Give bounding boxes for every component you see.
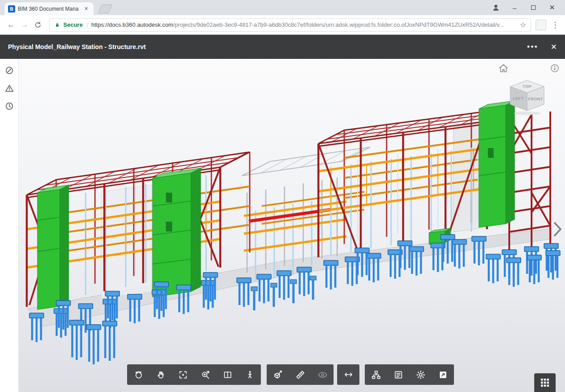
- viewcube-graphic: TOP LEFT FRONT: [507, 78, 550, 116]
- orbit-button[interactable]: [127, 364, 149, 385]
- toolbar-group-compare: [337, 364, 359, 385]
- explode-button[interactable]: [267, 364, 289, 385]
- home-view-button[interactable]: [498, 63, 509, 75]
- document-title: Physical Model_Railway Station - Structu…: [8, 43, 527, 50]
- bookmark-star-icon[interactable]: ☆: [520, 21, 526, 29]
- fit-to-view-icon: [178, 370, 188, 380]
- info-button[interactable]: [550, 64, 559, 74]
- info-icon: [550, 64, 559, 73]
- swap-views-button[interactable]: [337, 364, 359, 385]
- more-options-icon[interactable]: •••: [527, 45, 538, 49]
- 3d-model-rendering: [19, 59, 565, 392]
- bim360-favicon: B: [8, 5, 15, 12]
- warning-triangle-icon: [4, 83, 14, 93]
- tab-close-icon[interactable]: ✕: [82, 5, 90, 12]
- maximize-icon: [531, 5, 536, 10]
- fit-to-view-button[interactable]: [172, 364, 194, 385]
- explode-icon: [273, 370, 283, 380]
- viewer-content: TOP LEFT FRONT: [0, 59, 565, 392]
- window-controls: – ✕: [487, 0, 561, 15]
- back-button[interactable]: ←: [4, 18, 18, 32]
- close-viewer-icon[interactable]: ✕: [551, 42, 557, 52]
- viewer-toolbar: [127, 364, 454, 385]
- viewcube-front-label: FRONT: [528, 97, 543, 101]
- minimize-button[interactable]: –: [505, 0, 524, 15]
- person-icon: [491, 3, 500, 12]
- viewcube-top-label: TOP: [523, 84, 532, 89]
- grid-icon: [540, 378, 549, 387]
- next-sheet-button[interactable]: [552, 220, 563, 240]
- first-person-icon: [245, 370, 255, 380]
- zoom-window-icon: [200, 370, 210, 380]
- secure-label: Secure: [63, 21, 82, 28]
- viewcube-left-label: LEFT: [513, 96, 524, 101]
- properties-button[interactable]: [387, 364, 409, 385]
- close-window-button[interactable]: ✕: [543, 0, 561, 15]
- model-browser-icon: [371, 370, 381, 380]
- forward-button[interactable]: →: [18, 18, 31, 32]
- split-view-button[interactable]: [216, 364, 239, 385]
- secure-lock-icon: [54, 21, 61, 29]
- orbit-icon: [133, 370, 144, 380]
- browser-menu-icon[interactable]: ⋮: [550, 20, 561, 30]
- pan-hand-icon: [156, 370, 166, 380]
- issues-markup-icon: [4, 66, 14, 75]
- 3d-viewer-canvas[interactable]: TOP LEFT FRONT: [19, 59, 565, 392]
- new-tab-button[interactable]: [98, 4, 112, 13]
- sidebar-item-warnings[interactable]: [3, 82, 16, 95]
- browser-titlebar: B BIM 360 Document Mana ✕ – ✕: [0, 0, 565, 15]
- url-domain: https://docs.b360.autodesk.com: [91, 21, 173, 28]
- profile-icon[interactable]: [487, 0, 505, 15]
- settings-gear-icon: [416, 370, 426, 380]
- first-person-button[interactable]: [239, 364, 261, 385]
- sidebar-item-history[interactable]: [3, 100, 16, 112]
- measure-button[interactable]: [289, 364, 311, 385]
- settings-button[interactable]: [409, 364, 432, 385]
- extension-icon[interactable]: [536, 20, 546, 30]
- swap-arrows-icon: [343, 370, 354, 380]
- views-grid-button[interactable]: [534, 373, 556, 392]
- hidden-objects-eye-icon: [318, 370, 328, 380]
- sidebar-item-issues[interactable]: [3, 64, 16, 77]
- pan-button[interactable]: [149, 364, 172, 385]
- tab-title: BIM 360 Document Mana: [18, 6, 80, 12]
- zoom-window-button[interactable]: [194, 364, 216, 385]
- viewer-sidebar: [0, 59, 19, 392]
- viewcube[interactable]: TOP LEFT FRONT: [507, 78, 550, 118]
- hidden-objects-button[interactable]: [311, 364, 334, 385]
- fullscreen-icon: [438, 370, 448, 380]
- url-path: /projects/9de02aeb-3ec9-4817-a7b9-a6db30…: [173, 21, 504, 28]
- url-separator: |: [86, 21, 87, 28]
- url-text: https://docs.b360.autodesk.com/projects/…: [91, 21, 517, 28]
- refresh-button[interactable]: [31, 18, 45, 32]
- measure-ruler-icon: [295, 370, 305, 380]
- maximize-button[interactable]: [524, 0, 543, 15]
- address-toolbar: ← → Secure | https://docs.b360.autodesk.…: [0, 15, 565, 35]
- browser-tab[interactable]: B BIM 360 Document Mana ✕: [4, 2, 94, 15]
- properties-panel-icon: [393, 370, 404, 380]
- chevron-right-icon: [552, 220, 563, 238]
- model-browser-button[interactable]: [365, 364, 387, 385]
- toolbar-group-navigation: [127, 364, 261, 385]
- toolbar-group-model-tools: [267, 364, 334, 385]
- toolbar-group-panels: [365, 364, 454, 385]
- refresh-icon: [34, 21, 42, 29]
- home-icon: [498, 63, 509, 73]
- fullscreen-button[interactable]: [432, 364, 454, 385]
- history-clock-icon: [4, 101, 14, 111]
- address-bar[interactable]: Secure | https://docs.b360.autodesk.com/…: [49, 18, 531, 32]
- browser-window: B BIM 360 Document Mana ✕ – ✕ ← →: [0, 0, 565, 392]
- viewer-header: Physical Model_Railway Station - Structu…: [0, 35, 565, 59]
- split-view-icon: [223, 370, 233, 380]
